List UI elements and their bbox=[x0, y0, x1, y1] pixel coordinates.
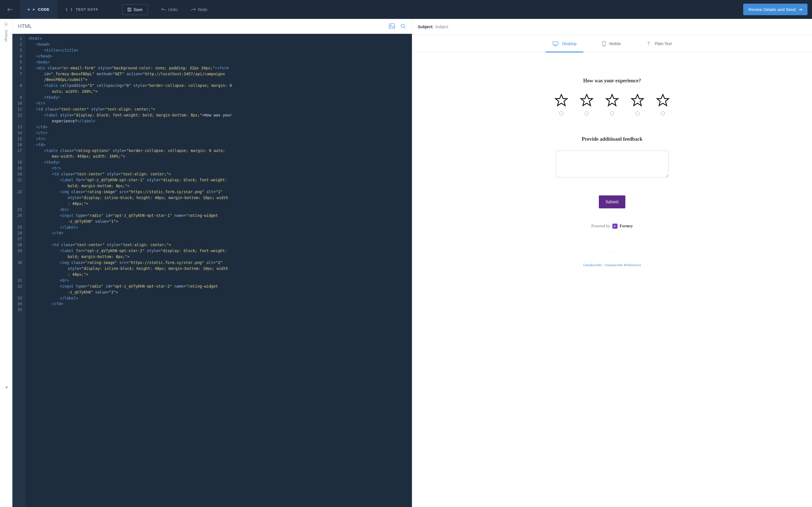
powered-label: Powered by bbox=[591, 224, 610, 228]
question-experience: How was your experience? bbox=[583, 78, 641, 84]
redo-button[interactable]: Redo bbox=[191, 7, 207, 12]
device-tab-desktop[interactable]: Desktop bbox=[549, 35, 579, 52]
review-send-button[interactable]: Review Details and Send bbox=[743, 4, 808, 15]
star-icon bbox=[580, 93, 594, 107]
device-tab-mobile[interactable]: Mobile bbox=[599, 35, 624, 52]
line-gutter: 1234567891011121314151617181920212223242… bbox=[12, 34, 25, 507]
question-feedback: Provide additioanl feedback bbox=[582, 136, 643, 142]
main: Settings ◀ HTML 123456789101112131415161… bbox=[0, 19, 812, 507]
preview-body: How was your experience? bbox=[412, 52, 812, 507]
undo-icon bbox=[161, 8, 166, 11]
undo-label: Undo bbox=[168, 7, 177, 12]
brand-name: Formsy bbox=[620, 224, 633, 228]
stars-row bbox=[554, 93, 670, 115]
svg-rect-5 bbox=[553, 42, 558, 45]
tiny-dots: . . bbox=[610, 249, 614, 254]
save-label: Save bbox=[134, 7, 143, 12]
desktop-icon bbox=[552, 41, 559, 46]
settings-rail: Settings ◀ bbox=[0, 19, 12, 507]
radio-5[interactable] bbox=[661, 111, 665, 115]
device-desktop-label: Desktop bbox=[562, 42, 576, 46]
mobile-icon bbox=[602, 41, 606, 47]
text-icon bbox=[646, 41, 651, 46]
subject-bar: Subject: Subject bbox=[412, 19, 812, 35]
settings-label[interactable]: Settings bbox=[4, 30, 8, 42]
search-icon[interactable] bbox=[400, 23, 406, 29]
radio-3[interactable] bbox=[610, 111, 614, 115]
star-icon bbox=[605, 93, 619, 107]
fold-icon[interactable]: ◀ bbox=[5, 386, 7, 389]
redo-icon bbox=[191, 8, 196, 11]
brand-logo-icon: F bbox=[613, 224, 618, 229]
unsubscribe-link[interactable]: Unsubscribe bbox=[583, 263, 602, 267]
tab-testdata-label: TEST DATA bbox=[76, 7, 98, 11]
star-icon bbox=[656, 93, 670, 107]
preview-pane: Subject: Subject Desktop Mobile Plain Te… bbox=[412, 19, 812, 507]
image-icon[interactable] bbox=[389, 23, 395, 29]
save-button[interactable]: Save bbox=[122, 4, 148, 15]
radio-2[interactable] bbox=[585, 111, 589, 115]
submit-button[interactable]: Submit bbox=[599, 195, 625, 208]
device-plain-label: Plain Text bbox=[655, 42, 672, 46]
tab-test-data[interactable]: { } TEST DATA bbox=[58, 0, 106, 19]
redo-label: Redo bbox=[198, 7, 207, 12]
svg-point-1 bbox=[5, 24, 7, 25]
radio-4[interactable] bbox=[636, 111, 639, 115]
review-label: Review Details and Send bbox=[748, 7, 796, 12]
svg-rect-2 bbox=[389, 24, 395, 28]
svg-point-4 bbox=[401, 24, 405, 27]
device-tabs: Desktop Mobile Plain Text bbox=[412, 35, 812, 52]
topbar: < > CODE { } TEST DATA Save Undo Redo Re… bbox=[0, 0, 812, 19]
svg-point-3 bbox=[390, 25, 391, 26]
star-option-3[interactable] bbox=[605, 93, 619, 115]
svg-marker-10 bbox=[606, 95, 618, 106]
gear-icon[interactable] bbox=[4, 22, 9, 27]
undo-button[interactable]: Undo bbox=[161, 7, 177, 12]
tab-code[interactable]: < > CODE bbox=[20, 0, 58, 19]
feedback-textarea[interactable] bbox=[556, 151, 669, 177]
subject-label: Subject: bbox=[418, 24, 433, 29]
braces-icon: { } bbox=[65, 7, 73, 11]
back-button[interactable] bbox=[0, 0, 20, 19]
code-content[interactable]: <html><head><title></title></head><body>… bbox=[25, 34, 235, 507]
powered-by: Powered by F Formsy bbox=[591, 224, 633, 229]
tab-code-label: CODE bbox=[38, 7, 50, 11]
svg-marker-9 bbox=[581, 95, 593, 106]
radio-1[interactable] bbox=[559, 111, 563, 115]
star-icon bbox=[554, 93, 568, 107]
svg-marker-11 bbox=[632, 95, 643, 106]
star-option-5[interactable] bbox=[656, 93, 670, 115]
unsubscribe-links: Unsubscribe - Unsubscribe Preferences bbox=[583, 263, 641, 267]
device-tab-plaintext[interactable]: Plain Text bbox=[643, 35, 675, 52]
star-icon bbox=[630, 93, 644, 107]
svg-marker-8 bbox=[556, 95, 567, 106]
code-icon: < > bbox=[27, 7, 35, 11]
save-icon bbox=[127, 8, 131, 11]
star-option-1[interactable] bbox=[554, 93, 568, 115]
unsubscribe-pref-link[interactable]: Unsubscribe Preferences bbox=[604, 263, 641, 267]
code-editor[interactable]: 1234567891011121314151617181920212223242… bbox=[12, 34, 412, 507]
editor-header: HTML bbox=[12, 19, 412, 34]
device-mobile-label: Mobile bbox=[609, 42, 621, 46]
subject-value: Subject bbox=[435, 24, 448, 29]
star-option-4[interactable] bbox=[630, 93, 644, 115]
svg-marker-12 bbox=[657, 95, 669, 106]
editor-pane: HTML 12345678910111213141516171819202122… bbox=[12, 19, 412, 507]
arrow-right-icon bbox=[799, 8, 802, 11]
editor-title: HTML bbox=[18, 23, 384, 29]
star-option-2[interactable] bbox=[580, 93, 594, 115]
